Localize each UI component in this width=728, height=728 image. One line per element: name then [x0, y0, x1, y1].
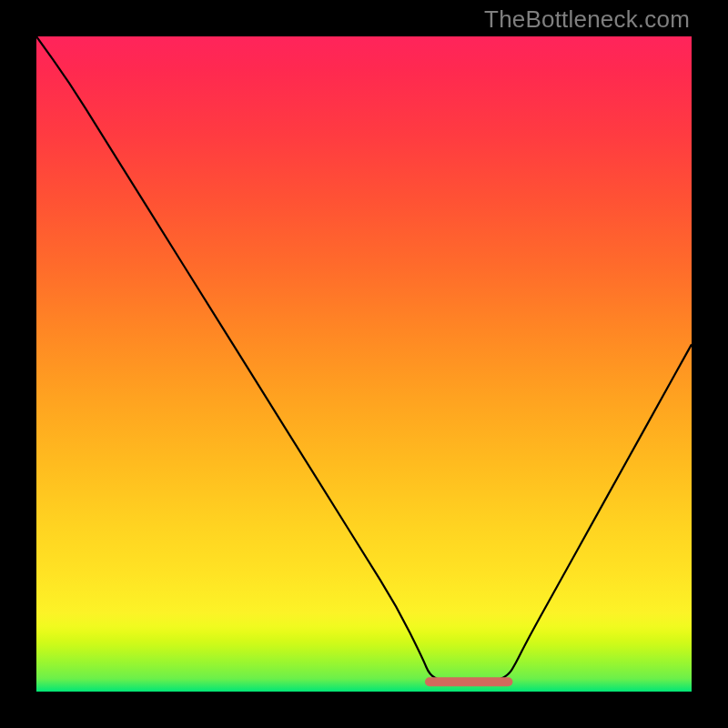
- watermark-text: TheBottleneck.com: [484, 5, 690, 34]
- chart-frame: [36, 36, 692, 692]
- bottleneck-chart: [36, 36, 692, 692]
- chart-background-gradient: [36, 36, 692, 692]
